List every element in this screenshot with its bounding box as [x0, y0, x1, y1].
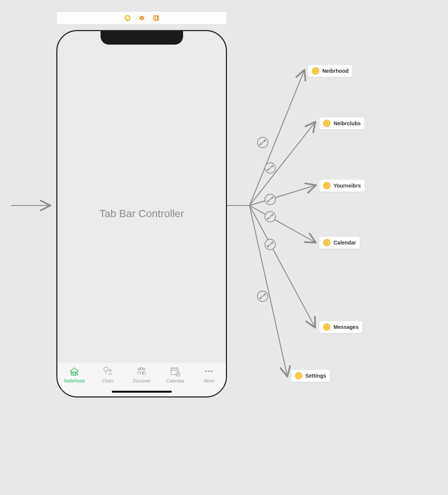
viewcontroller-icon [295, 372, 302, 380]
svg-point-10 [265, 194, 275, 205]
svg-point-41 [314, 69, 318, 73]
svg-point-33 [138, 368, 140, 370]
destination-messages[interactable]: Messages [319, 321, 363, 333]
svg-point-16 [267, 218, 269, 220]
svg-point-38 [205, 370, 207, 372]
more-dots-icon [203, 366, 215, 377]
svg-point-4 [260, 144, 262, 146]
svg-point-9 [272, 165, 274, 167]
tab-discover[interactable]: Discover [125, 366, 159, 384]
svg-point-44 [325, 241, 329, 245]
scene-toolbar[interactable] [56, 11, 227, 25]
tree-people-icon [102, 366, 114, 377]
svg-point-40 [211, 370, 213, 372]
destination-label: Yourneibrs [334, 183, 361, 189]
svg-rect-30 [73, 372, 75, 375]
tab-label: Discover [133, 378, 150, 384]
svg-line-3 [260, 140, 265, 145]
destination-neibrclubs[interactable]: Neibrclubs [319, 117, 365, 130]
calendar-clock-icon [170, 366, 181, 377]
destination-label: Settings [305, 373, 326, 379]
tab-label: Neibrhood [64, 378, 84, 384]
svg-point-46 [297, 374, 301, 378]
viewcontroller-icon [323, 323, 331, 331]
scene-title: Tab Bar Controller [57, 31, 226, 396]
svg-rect-27 [126, 17, 129, 19]
svg-point-39 [208, 370, 210, 372]
svg-point-31 [104, 367, 108, 371]
svg-point-34 [141, 368, 143, 370]
svg-line-19 [268, 242, 273, 247]
viewcontroller-icon [312, 67, 319, 75]
svg-point-32 [109, 369, 111, 372]
svg-point-18 [265, 239, 275, 250]
svg-point-24 [260, 297, 262, 299]
tab-calendar[interactable]: Calendar [158, 366, 192, 384]
svg-point-45 [325, 325, 329, 329]
svg-point-22 [257, 291, 268, 302]
first-responder-icon[interactable] [138, 14, 146, 22]
destination-label: Messages [334, 324, 359, 330]
svg-point-43 [325, 184, 329, 188]
svg-point-2 [257, 137, 268, 148]
tab-label: More [204, 378, 214, 384]
svg-point-21 [272, 242, 274, 244]
svg-line-15 [268, 214, 273, 219]
svg-point-25 [264, 294, 266, 296]
svg-point-12 [267, 201, 269, 202]
tab-more[interactable]: More [192, 366, 226, 384]
destination-neibrhood[interactable]: Neibrhood [308, 64, 353, 77]
home-indicator [112, 391, 172, 393]
house-icon [69, 366, 80, 377]
svg-point-17 [272, 214, 274, 216]
destination-label: Neibrclubs [334, 120, 361, 126]
svg-point-6 [265, 163, 275, 173]
destination-settings[interactable]: Settings [291, 369, 330, 382]
tab-neibrhood[interactable]: Neibrhood [57, 366, 91, 384]
svg-rect-36 [171, 368, 178, 375]
storyboard-entry-icon[interactable] [124, 14, 131, 22]
svg-line-23 [260, 294, 265, 298]
exit-icon[interactable] [152, 14, 160, 22]
viewcontroller-icon [323, 239, 331, 246]
tab-bar-controller-scene[interactable]: Tab Bar Controller Neibrhood Clubs Disco… [56, 30, 227, 398]
svg-point-35 [143, 368, 145, 370]
svg-point-8 [267, 169, 269, 171]
svg-point-14 [265, 212, 275, 222]
svg-point-42 [325, 122, 329, 126]
destination-yourneibrs[interactable]: Yourneibrs [319, 179, 365, 192]
destination-calendar[interactable]: Calendar [319, 236, 360, 249]
svg-point-20 [267, 246, 269, 248]
svg-line-7 [268, 166, 273, 170]
viewcontroller-icon [323, 120, 331, 127]
svg-line-11 [268, 197, 273, 202]
viewcontroller-icon [323, 182, 331, 189]
destination-label: Calendar [334, 240, 356, 246]
tab-label: Calendar [166, 378, 185, 384]
svg-point-5 [264, 140, 266, 142]
people-icon [136, 366, 147, 377]
tab-clubs[interactable]: Clubs [91, 366, 125, 384]
destination-label: Neibrhood [322, 68, 349, 74]
tab-label: Clubs [102, 378, 114, 384]
svg-point-13 [272, 197, 274, 199]
